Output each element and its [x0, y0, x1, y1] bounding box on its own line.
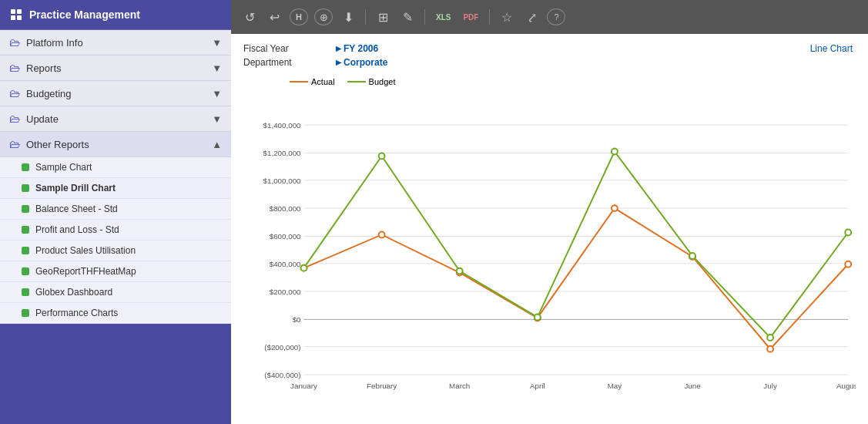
chevron-down-icon: ▼: [212, 62, 222, 74]
department-filter: Department ▶ Corporate: [243, 57, 856, 68]
sidebar-sub-item-globex[interactable]: Globex Dashboard: [0, 282, 231, 303]
refresh-button[interactable]: ↺: [240, 8, 259, 26]
back-button[interactable]: ⊕: [314, 8, 333, 25]
budget-label: Budget: [369, 77, 396, 86]
sidebar-sub-item-label: Globex Dashboard: [35, 287, 112, 298]
department-label: Department: [243, 57, 336, 68]
share-button[interactable]: ⤤: [522, 8, 541, 26]
budget-point: [767, 335, 773, 341]
sidebar-sub-item-label: Performance Charts: [35, 308, 118, 318]
filter-arrow-icon: ▶: [336, 59, 341, 66]
sidebar-sub-item-sample-chart[interactable]: Sample Chart: [0, 157, 231, 178]
folder-icon: 🗁: [9, 138, 20, 150]
actual-point: [845, 261, 851, 268]
folder-icon: 🗁: [9, 113, 20, 125]
download-button[interactable]: ⬇: [339, 8, 357, 26]
line-chart-container: $1,400,000 $1,200,000 $1,000,000 $800,00…: [243, 89, 856, 418]
svg-text:$600,000: $600,000: [270, 232, 301, 241]
sidebar-sub-item-sample-drill-chart[interactable]: Sample Drill Chart: [0, 178, 231, 199]
svg-text:$800,000: $800,000: [270, 204, 301, 213]
actual-point: [379, 232, 385, 238]
sidebar-nav-item-update[interactable]: 🗁 Update ▼: [0, 106, 231, 132]
svg-text:March: March: [449, 382, 470, 390]
sidebar-item-label: Budgeting: [26, 88, 72, 99]
sidebar-header: Practice Management: [0, 0, 231, 30]
department-value[interactable]: ▶ Corporate: [336, 57, 387, 68]
xls-export-button[interactable]: XLS: [433, 8, 454, 26]
svg-text:$1,000,000: $1,000,000: [263, 177, 302, 185]
svg-text:($200,000): ($200,000): [264, 343, 300, 352]
toolbar-separator: [365, 9, 366, 25]
svg-text:$400,000: $400,000: [270, 260, 301, 268]
svg-text:May: May: [608, 382, 622, 390]
sidebar-nav-item-other-reports[interactable]: 🗁 Other Reports ▲: [0, 132, 231, 157]
sidebar-nav-item-budgeting[interactable]: 🗁 Budgeting ▼: [0, 81, 231, 106]
toolbar: ↺ ↩ H ⊕ ⬇ ⊞ ✎ XLS PDF ☆ ⤤ ?: [231, 0, 868, 34]
chart-legend: Actual Budget: [290, 77, 856, 86]
chevron-down-icon: ▼: [212, 88, 222, 99]
sidebar-sub-item-label: GeoReportTHFHeatMap: [35, 266, 136, 277]
svg-rect-2: [11, 15, 15, 20]
actual-line-sample: [290, 81, 308, 82]
sidebar-sub-item-label: Sample Chart: [35, 162, 92, 173]
undo-button[interactable]: ↩: [265, 8, 283, 26]
svg-text:$1,400,000: $1,400,000: [263, 121, 302, 130]
actual-point: [612, 205, 618, 211]
budget-point: [379, 153, 385, 159]
filter-arrow-icon: ▶: [336, 45, 341, 52]
pdf-export-button[interactable]: PDF: [460, 8, 481, 26]
budget-line-sample: [347, 81, 366, 82]
sidebar-sub-item-product-sales[interactable]: Product Sales Utilisation: [0, 241, 231, 261]
svg-text:$200,000: $200,000: [270, 288, 301, 296]
chart-type-label: Line Chart: [810, 43, 853, 54]
toolbar-separator: [424, 9, 425, 25]
fiscal-year-filter: Fiscal Year ▶ FY 2006: [243, 43, 856, 54]
edit-button[interactable]: ✎: [398, 8, 417, 26]
chevron-down-icon: ▼: [212, 113, 222, 125]
grid-button[interactable]: ⊞: [374, 8, 392, 26]
folder-icon: 🗁: [9, 62, 20, 74]
fiscal-year-value[interactable]: ▶ FY 2006: [336, 43, 378, 54]
svg-text:July: July: [763, 382, 777, 390]
content-area: Line Chart Fiscal Year ▶ FY 2006 Departm…: [231, 34, 868, 424]
svg-text:$0: $0: [293, 315, 301, 324]
fiscal-year-label: Fiscal Year: [243, 43, 336, 54]
svg-rect-1: [17, 9, 22, 14]
sidebar-sub-item-performance-charts[interactable]: Performance Charts: [0, 303, 231, 324]
help-button[interactable]: ?: [547, 8, 565, 25]
svg-text:February: February: [367, 382, 397, 390]
line-chart: $1,400,000 $1,200,000 $1,000,000 $800,00…: [243, 89, 856, 418]
chevron-down-icon: ▼: [212, 37, 222, 49]
actual-point: [767, 346, 773, 352]
budget-point: [845, 230, 851, 236]
home-button[interactable]: H: [290, 8, 308, 25]
sidebar-sub-item-balance-sheet[interactable]: Balance Sheet - Std: [0, 199, 231, 220]
sidebar-sub-item-profit-loss[interactable]: Profit and Loss - Std: [0, 220, 231, 241]
sidebar: Practice Management 🗁 Platform Info ▼ 🗁 …: [0, 0, 231, 424]
budget-point: [457, 268, 463, 274]
main-panel: ↺ ↩ H ⊕ ⬇ ⊞ ✎ XLS PDF ☆ ⤤ ? Line Chart F…: [231, 0, 868, 424]
favorite-button[interactable]: ☆: [498, 8, 516, 26]
sidebar-item-label: Platform Info: [26, 37, 83, 49]
item-indicator-icon: [22, 268, 29, 275]
svg-text:($400,000): ($400,000): [264, 371, 300, 379]
legend-budget: Budget: [347, 77, 396, 86]
actual-label: Actual: [311, 77, 335, 86]
sidebar-item-label: Update: [26, 113, 59, 125]
budget-point: [612, 149, 618, 155]
svg-text:August: August: [836, 382, 856, 390]
sidebar-nav-item-platform[interactable]: 🗁 Platform Info ▼: [0, 30, 231, 56]
folder-icon: 🗁: [9, 36, 20, 49]
item-indicator-icon: [22, 288, 29, 296]
budget-point: [535, 315, 541, 321]
svg-text:$1,200,000: $1,200,000: [263, 149, 302, 157]
sidebar-sub-item-label: Sample Drill Chart: [35, 183, 116, 193]
sidebar-sub-item-geo-report[interactable]: GeoReportTHFHeatMap: [0, 261, 231, 282]
item-indicator-icon: [22, 163, 29, 171]
item-indicator-icon: [22, 226, 29, 234]
budget-point: [301, 265, 307, 271]
chevron-up-icon: ▲: [212, 139, 222, 150]
sidebar-nav-item-reports[interactable]: 🗁 Reports ▼: [0, 56, 231, 81]
sidebar-sub-item-label: Profit and Loss - Std: [35, 224, 119, 235]
item-indicator-icon: [22, 205, 29, 213]
